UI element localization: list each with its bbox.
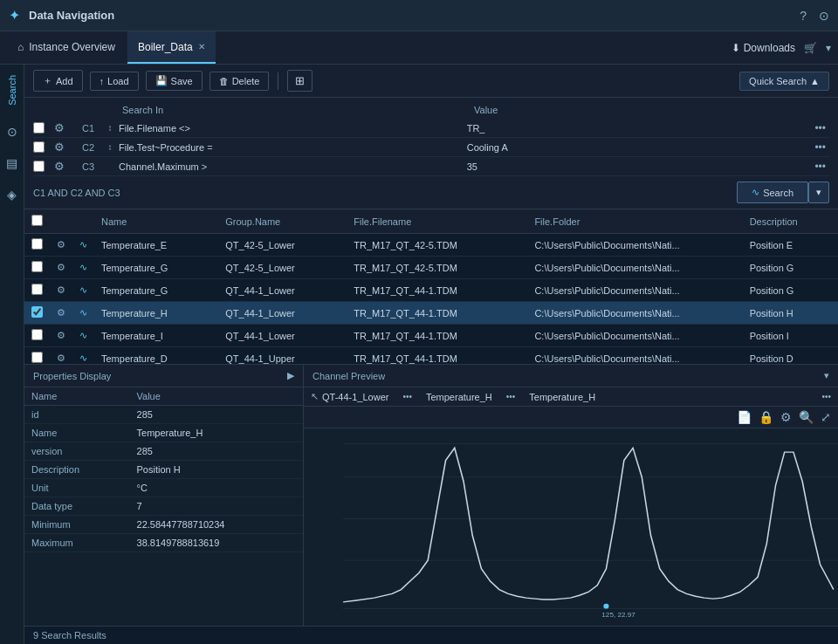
chart-lock-icon[interactable]: 🔒 xyxy=(759,410,773,424)
app-title: Data Navigation xyxy=(29,9,791,22)
table-row[interactable]: ⚙ ∿ Temperature_D QT_44-1_Upper TR_M17_Q… xyxy=(24,347,838,365)
criteria-c1-gear[interactable]: ⚙ xyxy=(54,121,75,134)
grid-view-button[interactable]: ⊞ xyxy=(287,70,313,92)
row-folder: C:\Users\Public\Documents\Nati... xyxy=(527,325,742,347)
sidebar-icon-2[interactable]: ▤ xyxy=(4,154,19,172)
col-search-in-header: Search In xyxy=(119,105,474,115)
criteria-c3-gear[interactable]: ⚙ xyxy=(54,160,75,173)
tabs: ⌂ Instance Overview Boiler_Data ✕ xyxy=(7,31,216,64)
channel-tab-3[interactable]: Temperature_H xyxy=(529,392,595,402)
prop-col-value: Value xyxy=(130,387,303,406)
delete-label: Delete xyxy=(232,76,260,86)
search-dropdown-button[interactable]: ▾ xyxy=(808,182,829,203)
delete-button[interactable]: 🗑 Delete xyxy=(210,72,270,91)
criteria-c2-more[interactable]: ••• xyxy=(814,141,829,154)
quick-search-button[interactable]: Quick Search ▲ xyxy=(739,72,829,91)
sidebar-icon-1[interactable]: ⊙ xyxy=(5,123,19,140)
table-row[interactable]: ⚙ ∿ Temperature_E QT_42-5_Lower TR_M17_Q… xyxy=(24,234,838,257)
row-desc: Position D xyxy=(743,347,838,365)
tab-boiler-data[interactable]: Boiler_Data ✕ xyxy=(127,31,216,64)
status-text: 9 Search Results xyxy=(33,630,106,641)
chart-export-icon[interactable]: 📄 xyxy=(737,410,752,424)
load-button[interactable]: ↑ Load xyxy=(90,72,139,91)
channel-preview-dropdown-icon[interactable]: ▾ xyxy=(824,370,829,381)
col-header-check xyxy=(24,209,50,234)
cart-dropdown-icon[interactable]: ▾ xyxy=(826,42,831,54)
chart-zoom-icon[interactable]: 🔍 xyxy=(799,410,814,424)
prop-value: 38.8149788813619 xyxy=(130,534,303,552)
criteria-c2-arrow: ↕ xyxy=(101,142,119,152)
cart-icon[interactable]: 🛒 xyxy=(804,42,817,54)
row-checkbox[interactable] xyxy=(31,352,43,363)
downloads-button[interactable]: ⬇ Downloads xyxy=(732,42,795,54)
row-checkbox[interactable] xyxy=(31,238,43,250)
row-gear-icon[interactable]: ⚙ xyxy=(57,307,65,318)
channel-tab-1[interactable]: ↖ QT-44-1_Lower xyxy=(311,391,388,402)
row-gear-icon[interactable]: ⚙ xyxy=(57,353,65,363)
chart-expand-icon[interactable]: ⤢ xyxy=(821,410,831,424)
row-gear-icon[interactable]: ⚙ xyxy=(57,262,65,272)
row-folder: C:\Users\Public\Documents\Nati... xyxy=(527,302,742,325)
add-button[interactable]: ＋ Add xyxy=(33,70,83,92)
sidebar-item-search[interactable]: Search xyxy=(7,72,17,109)
search-execute-button[interactable]: ∿ Search xyxy=(737,182,808,203)
row-checkbox[interactable] xyxy=(31,284,43,295)
property-row: Data type 7 xyxy=(24,497,303,516)
svg-text:125, 22.97: 125, 22.97 xyxy=(601,611,635,619)
criteria-c1-checkbox[interactable] xyxy=(33,122,45,134)
user-icon[interactable]: ⊙ xyxy=(819,9,829,23)
table-row[interactable]: ⚙ ∿ Temperature_I QT_44-1_Lower TR_M17_Q… xyxy=(24,325,838,347)
row-desc: Position I xyxy=(743,325,838,347)
table-row[interactable]: ⚙ ∿ Temperature_H QT_44-1_Lower TR_M17_Q… xyxy=(24,302,838,325)
row-gear-icon[interactable]: ⚙ xyxy=(57,284,65,295)
criteria-c1-more[interactable]: ••• xyxy=(814,122,829,134)
sidebar-icon-3[interactable]: ◈ xyxy=(5,186,18,203)
select-all-checkbox[interactable] xyxy=(31,215,43,226)
save-button[interactable]: 💾 Save xyxy=(146,71,203,91)
row-checkbox[interactable] xyxy=(31,306,43,318)
row-filename: TR_M17_QT_44-1.TDM xyxy=(347,279,527,302)
table-row[interactable]: ⚙ ∿ Temperature_G QT_42-5_Lower TR_M17_Q… xyxy=(24,257,838,279)
row-folder: C:\Users\Public\Documents\Nati... xyxy=(527,347,742,365)
side-nav: Search ⊙ ▤ ◈ xyxy=(0,65,24,644)
content-area: ＋ Add ↑ Load 💾 Save 🗑 Delete ⊞ Quick Sea… xyxy=(24,65,838,644)
chart-settings-icon[interactable]: ⚙ xyxy=(780,410,792,424)
quick-search-label: Quick Search xyxy=(749,76,807,86)
col-arrow-header xyxy=(101,105,119,115)
channel-tab1-label: QT-44-1_Lower xyxy=(322,392,388,402)
row-gear-icon[interactable]: ⚙ xyxy=(57,239,65,250)
save-icon: 💾 xyxy=(155,75,168,86)
prop-name: id xyxy=(24,406,130,424)
channel-tab2-label: Temperature_H xyxy=(426,392,492,402)
toolbar: ＋ Add ↑ Load 💾 Save 🗑 Delete ⊞ Quick Sea… xyxy=(24,65,838,98)
tab-instance-overview[interactable]: ⌂ Instance Overview xyxy=(7,31,126,64)
col-header-filename: File.Filename xyxy=(347,209,527,234)
row-folder: C:\Users\Public\Documents\Nati... xyxy=(527,234,742,257)
row-wave-icon: ∿ xyxy=(79,330,87,340)
svg-point-10 xyxy=(603,604,608,609)
row-checkbox[interactable] xyxy=(31,261,43,272)
criteria-c3-checkbox[interactable] xyxy=(33,161,45,172)
property-row: id 285 xyxy=(24,406,303,424)
table-row[interactable]: ⚙ ∿ Temperature_G QT_44-1_Lower TR_M17_Q… xyxy=(24,279,838,302)
criteria-c2-checkbox[interactable] xyxy=(33,141,45,153)
properties-expand-icon[interactable]: ▶ xyxy=(287,370,294,381)
app-icon[interactable]: ✦ xyxy=(9,7,20,24)
channel-tab1-more[interactable]: ••• xyxy=(402,392,412,401)
channel-tab2-more[interactable]: ••• xyxy=(506,392,516,401)
prop-value: 285 xyxy=(130,406,303,424)
row-checkbox[interactable] xyxy=(31,329,43,340)
help-icon[interactable]: ? xyxy=(800,9,807,23)
load-icon: ↑ xyxy=(100,76,105,86)
prop-col-name: Name xyxy=(24,387,130,406)
row-group: QT_44-1_Upper xyxy=(218,347,347,365)
row-group: QT_42-5_Lower xyxy=(218,257,347,279)
downloads-label: Downloads xyxy=(744,42,795,54)
channel-tab3-more[interactable]: ••• xyxy=(821,392,831,401)
channel-tab-2[interactable]: Temperature_H xyxy=(426,392,492,402)
tab-close-icon[interactable]: ✕ xyxy=(198,42,205,51)
prop-name: Maximum xyxy=(24,534,130,552)
criteria-c2-gear[interactable]: ⚙ xyxy=(54,140,75,154)
criteria-c3-more[interactable]: ••• xyxy=(814,161,829,173)
row-gear-icon[interactable]: ⚙ xyxy=(57,330,65,340)
